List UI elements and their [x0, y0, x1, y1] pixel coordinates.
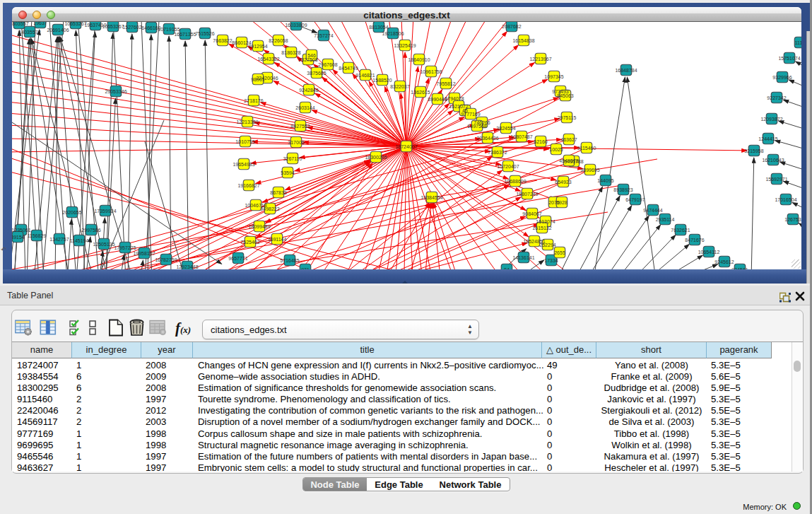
- svg-text:10719155: 10719155: [158, 27, 180, 32]
- svg-text:144095: 144095: [597, 178, 613, 183]
- svg-text:18807249: 18807249: [516, 192, 538, 197]
- svg-text:7515526: 7515526: [195, 31, 214, 36]
- svg-text:971: 971: [301, 267, 310, 269]
- svg-text:20364436: 20364436: [476, 136, 498, 141]
- svg-text:6497568: 6497568: [467, 124, 486, 129]
- svg-text:20691406: 20691406: [47, 28, 69, 33]
- svg-text:15751074: 15751074: [778, 56, 800, 61]
- svg-text:7386372: 7386372: [488, 150, 507, 155]
- svg-text:2603144: 2603144: [295, 105, 314, 110]
- svg-text:16210643: 16210643: [762, 158, 784, 163]
- svg-text:10653267: 10653267: [64, 22, 86, 26]
- svg-text:1691144: 1691144: [268, 237, 287, 242]
- svg-text:16033809: 16033809: [285, 23, 307, 28]
- svg-text:29053346: 29053346: [105, 89, 126, 94]
- svg-text:18640910: 18640910: [408, 57, 430, 62]
- svg-text:845063: 845063: [557, 93, 573, 98]
- svg-text:10688609: 10688609: [504, 179, 526, 184]
- svg-text:126753: 126753: [784, 217, 801, 222]
- svg-text:9227342: 9227342: [767, 95, 786, 100]
- svg-text:12505135: 12505135: [93, 242, 114, 247]
- svg-text:39154: 39154: [12, 235, 25, 240]
- svg-text:62160: 62160: [534, 139, 548, 144]
- svg-text:16671355: 16671355: [174, 32, 196, 37]
- svg-text:463627: 463627: [560, 137, 577, 142]
- svg-text:4549578: 4549578: [559, 158, 578, 163]
- svg-text:3215958: 3215958: [744, 148, 763, 153]
- svg-text:2975115: 2975115: [558, 115, 577, 120]
- svg-text:2718176: 2718176: [244, 98, 263, 103]
- svg-text:9327508: 9327508: [298, 57, 317, 62]
- svg-text:7663822: 7663822: [213, 38, 232, 43]
- svg-text:19166827: 19166827: [237, 183, 259, 188]
- svg-text:19637: 19637: [33, 22, 47, 25]
- svg-text:1097345: 1097345: [544, 74, 563, 79]
- svg-text:16848784: 16848784: [615, 68, 637, 73]
- svg-text:2655: 2655: [554, 250, 565, 255]
- svg-text:1362615: 1362615: [411, 90, 430, 95]
- svg-text:9242848: 9242848: [299, 88, 318, 93]
- svg-text:84: 84: [504, 267, 510, 269]
- svg-text:7625402: 7625402: [240, 240, 259, 245]
- svg-text:1156829: 1156829: [28, 233, 47, 238]
- svg-text:1527602: 1527602: [122, 25, 141, 30]
- svg-text:9657771: 9657771: [228, 256, 247, 261]
- svg-text:8322037: 8322037: [390, 84, 409, 89]
- svg-text:9115460: 9115460: [577, 146, 596, 151]
- svg-text:317006: 317006: [288, 140, 304, 145]
- svg-text:19384554: 19384554: [420, 195, 442, 200]
- svg-text:18724007: 18724007: [395, 144, 417, 149]
- svg-text:18099489: 18099489: [248, 224, 270, 229]
- svg-text:16782759: 16782759: [155, 257, 177, 262]
- svg-text:13325419: 13325419: [394, 43, 416, 48]
- svg-text:7955812: 7955812: [436, 81, 455, 86]
- svg-text:98901: 98901: [251, 77, 265, 82]
- svg-text:8938923: 8938923: [613, 187, 632, 192]
- svg-text:2997586: 2997586: [81, 228, 100, 233]
- svg-text:12213389: 12213389: [236, 119, 258, 124]
- svg-text:3824554: 3824554: [496, 126, 515, 131]
- svg-text:53594: 53594: [281, 170, 295, 175]
- svg-text:2967608: 2967608: [318, 62, 337, 67]
- svg-text:8813054: 8813054: [369, 25, 388, 30]
- svg-text:1588520: 1588520: [372, 78, 392, 83]
- svg-text:10025: 10025: [549, 147, 563, 152]
- svg-text:12213967: 12213967: [529, 57, 551, 62]
- svg-text:10653267: 10653267: [102, 24, 124, 29]
- svg-text:9899695: 9899695: [580, 168, 599, 173]
- svg-text:8912954: 8912954: [248, 44, 267, 49]
- svg-text:10654112: 10654112: [698, 250, 720, 255]
- svg-text:1342757: 1342757: [49, 237, 69, 242]
- svg-text:16543382: 16543382: [257, 57, 279, 62]
- svg-text:9777169: 9777169: [461, 112, 480, 117]
- svg-text:1145194: 1145194: [70, 238, 89, 243]
- svg-text:19654983: 19654983: [233, 162, 254, 167]
- svg-text:2935114: 2935114: [656, 217, 675, 222]
- svg-text:19218506: 19218506: [382, 31, 404, 36]
- svg-text:10807487: 10807487: [510, 134, 532, 139]
- svg-text:7357274: 7357274: [314, 33, 333, 38]
- svg-text:17957225: 17957225: [114, 245, 136, 250]
- svg-text:1803557: 1803557: [12, 22, 29, 26]
- svg-text:8427552: 8427552: [290, 124, 310, 129]
- svg-text:15720407: 15720407: [497, 164, 519, 169]
- svg-text:252294: 252294: [539, 243, 555, 247]
- svg-text:9146821: 9146821: [355, 73, 375, 78]
- svg-text:1117: 1117: [795, 40, 801, 45]
- svg-text:1615132: 1615132: [532, 226, 551, 230]
- svg-text:8226058: 8226058: [269, 38, 288, 43]
- svg-text:17359924: 17359924: [94, 209, 116, 214]
- svg-text:8454749: 8454749: [339, 66, 358, 71]
- svg-text:18300295: 18300295: [365, 155, 387, 160]
- svg-text:1612074: 1612074: [536, 219, 555, 224]
- svg-text:12923448: 12923448: [176, 264, 198, 269]
- svg-text:924561: 924561: [731, 267, 748, 269]
- svg-text:5716485: 5716485: [280, 258, 299, 263]
- svg-text:6794078: 6794078: [445, 96, 464, 101]
- svg-text:14136141: 14136141: [512, 255, 534, 260]
- svg-text:10961758: 10961758: [420, 69, 442, 74]
- svg-text:867833: 867833: [270, 190, 286, 195]
- svg-text:2020655: 2020655: [62, 210, 81, 215]
- svg-text:2087682: 2087682: [502, 24, 521, 29]
- svg-text:8471676: 8471676: [685, 238, 704, 243]
